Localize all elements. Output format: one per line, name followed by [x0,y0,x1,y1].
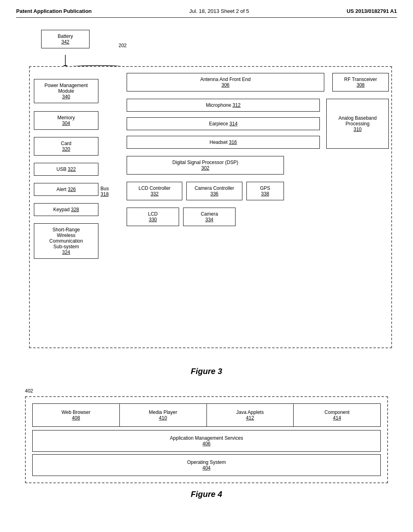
usb-label: USB 322 [39,166,93,172]
camera-controller-box: Camera Controller 336 [186,182,242,200]
antenna-number: 306 [221,82,229,88]
gps-number: 338 [261,191,269,197]
headset-box: Headset 316 [127,136,320,149]
lcd-controller-box: LCD Controller 332 [127,182,182,200]
app-mgmt-label: Application Management Services [36,435,377,441]
web-browser-label: Web Browser [36,409,116,415]
battery-box: Battery 342 [41,30,90,48]
memory-box: Memory 304 [34,111,98,130]
microphone-box: Microphone 312 [127,99,320,112]
power-mgmt-box: Power ManagementModule 340 [34,79,98,103]
card-box: Card 320 [34,137,98,156]
media-player-label: Media Player [123,409,203,415]
keypad-label: Keypad 328 [39,207,93,212]
right-section: Antenna And Front End 306 RF Transceiver… [127,73,389,226]
figure3-container: Battery 342 202 Power ManagementModule 3… [16,30,397,376]
camera-box: Camera 334 [183,208,236,226]
card-label: Card [39,141,93,146]
card-number: 320 [62,146,70,152]
java-applets-box: Java Applets 412 [207,404,294,426]
keypad-box: Keypad 328 [34,203,98,216]
short-range-number: 324 [62,249,70,255]
component-number: 414 [333,415,341,421]
headset-label: Headset 316 [132,139,315,145]
lcd-number: 330 [149,217,157,222]
os-box: Operating System 404 [32,454,381,476]
gps-box: GPS 338 [246,182,284,200]
camera-number: 334 [205,217,213,222]
analog-baseband-label: Analog BasebandProcessing [338,115,377,127]
media-player-box: Media Player 410 [120,404,207,426]
rf-transceiver-label: RF Transceiver [338,77,384,82]
memory-label: Memory [39,115,93,121]
page-header: Patent Application Publication Jul. 18, … [16,8,397,18]
top-row: Antenna And Front End 306 RF Transceiver… [127,73,389,91]
power-mgmt-label: Power ManagementModule [39,83,93,94]
dsp-number: 302 [201,165,209,171]
gps-label: GPS [252,185,279,191]
analog-baseband-box: Analog BasebandProcessing 310 [326,99,389,149]
label-202: 202 [119,43,127,48]
component-label: Component [297,409,377,415]
usb-box: USB 322 [34,163,98,176]
java-applets-label: Java Applets [210,409,290,415]
middle-section: Microphone 312 Earpiece 314 Headset 316 … [127,99,389,149]
app-row: Web Browser 408 Media Player 410 Java Ap… [32,403,381,427]
camera-controller-number: 336 [210,191,218,197]
figure3-canvas: Battery 342 202 Power ManagementModule 3… [17,30,396,360]
figure4-wrapper: 402 Web Browser 408 Media Player 410 Jav… [25,388,388,483]
os-number: 404 [202,465,211,471]
lcd-controller-label: LCD Controller [132,185,177,191]
microphone-label: Microphone 312 [132,102,315,108]
figure4-container: 402 Web Browser 408 Media Player 410 Jav… [16,388,397,499]
power-mgmt-number: 340 [62,94,70,100]
component-box: Component 414 [294,404,380,426]
alert-label: Alert 326 [39,187,93,192]
bus-label: Bus 318 [100,186,109,197]
os-label: Operating System [36,459,377,465]
figure4-label: Figure 4 [16,490,397,499]
alert-box: Alert 326 [34,183,98,196]
header-right: US 2013/0182791 A1 [346,8,397,14]
header-left: Patent Application Publication [16,8,92,14]
lcd-camera-row: LCD 330 Camera 334 [127,208,236,226]
app-mgmt-number: 406 [202,441,211,447]
mic-ear-headset-col: Microphone 312 Earpiece 314 Headset 316 [127,99,320,149]
rf-transceiver-number: 308 [357,82,365,88]
camera-controller-label: Camera Controller [192,185,237,191]
earpiece-box: Earpiece 314 [127,117,320,130]
media-player-number: 410 [159,415,167,421]
short-range-box: Short-RangeWirelessCommunicationSub-syst… [34,223,98,259]
lcd-box: LCD 330 [127,208,179,226]
lcd-label: LCD [132,211,174,217]
page: Patent Application Publication Jul. 18, … [0,0,413,519]
header-center: Jul. 18, 2013 Sheet 2 of 5 [189,8,249,14]
controllers-row: LCD Controller 332 Camera Controller 336… [127,182,284,200]
left-column: Power ManagementModule 340 Memory 304 Ca… [34,79,98,259]
dsp-box: Digital Signal Processor (DSP) 302 [127,156,284,175]
earpiece-label: Earpiece 314 [132,121,315,127]
memory-number: 304 [62,121,70,126]
battery-number: 342 [61,39,69,45]
short-range-label: Short-RangeWirelessCommunicationSub-syst… [39,227,93,249]
antenna-box: Antenna And Front End 306 [127,73,324,91]
figure4-main-box: Web Browser 408 Media Player 410 Java Ap… [25,396,388,483]
battery-label: Battery [46,33,84,39]
rf-transceiver-box: RF Transceiver 308 [332,73,389,91]
app-mgmt-box: Application Management Services 406 [32,430,381,452]
java-applets-number: 412 [246,415,254,421]
figure3-label: Figure 3 [16,367,397,376]
analog-baseband-number: 310 [353,127,361,132]
lcd-controller-number: 332 [150,191,159,197]
camera-label: Camera [188,211,230,217]
web-browser-number: 408 [72,415,80,421]
dsp-label: Digital Signal Processor (DSP) [132,160,279,165]
antenna-label: Antenna And Front End [132,77,319,82]
web-browser-box: Web Browser 408 [33,404,120,426]
figure3-main-box: 202 Power ManagementModule 340 Memory 30… [29,66,392,348]
label-402: 402 [25,388,388,394]
